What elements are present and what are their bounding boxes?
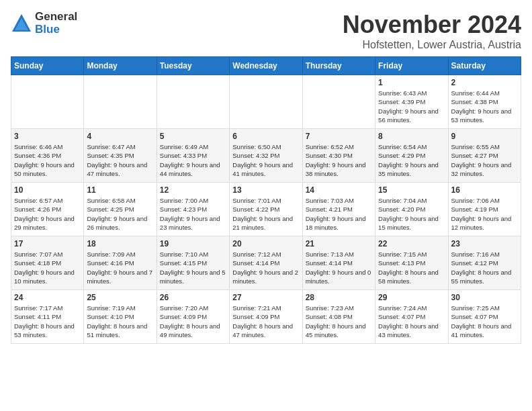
calendar-cell: 12Sunrise: 7:00 AM Sunset: 4:23 PM Dayli…	[157, 183, 229, 236]
day-info: Sunrise: 6:54 AM Sunset: 4:29 PM Dayligh…	[378, 142, 445, 178]
day-number: 29	[378, 293, 445, 302]
calendar-cell: 9Sunrise: 6:55 AM Sunset: 4:27 PM Daylig…	[448, 129, 521, 183]
day-info: Sunrise: 7:19 AM Sunset: 4:10 PM Dayligh…	[87, 304, 153, 339]
calendar-week-row: 17Sunrise: 7:07 AM Sunset: 4:18 PM Dayli…	[11, 236, 521, 290]
day-number: 26	[160, 293, 226, 302]
day-info: Sunrise: 6:50 AM Sunset: 4:32 PM Dayligh…	[232, 142, 299, 178]
day-info: Sunrise: 7:04 AM Sunset: 4:20 PM Dayligh…	[378, 196, 445, 232]
calendar-cell	[84, 75, 157, 129]
day-number: 24	[14, 293, 81, 302]
calendar-cell: 16Sunrise: 7:06 AM Sunset: 4:19 PM Dayli…	[448, 183, 521, 236]
day-header-wednesday: Wednesday	[230, 57, 302, 75]
calendar-cell: 22Sunrise: 7:15 AM Sunset: 4:13 PM Dayli…	[375, 236, 448, 290]
day-header-monday: Monday	[84, 57, 157, 75]
calendar-cell: 19Sunrise: 7:10 AM Sunset: 4:15 PM Dayli…	[157, 236, 229, 290]
day-info: Sunrise: 7:16 AM Sunset: 4:12 PM Dayligh…	[451, 250, 518, 285]
calendar-cell: 14Sunrise: 7:03 AM Sunset: 4:21 PM Dayli…	[302, 183, 375, 236]
day-info: Sunrise: 7:03 AM Sunset: 4:21 PM Dayligh…	[306, 196, 372, 232]
day-info: Sunrise: 7:12 AM Sunset: 4:14 PM Dayligh…	[232, 250, 299, 285]
day-number: 9	[451, 132, 518, 141]
day-info: Sunrise: 6:57 AM Sunset: 4:26 PM Dayligh…	[14, 196, 81, 232]
calendar-cell: 21Sunrise: 7:13 AM Sunset: 4:14 PM Dayli…	[302, 236, 375, 290]
day-number: 17	[14, 239, 81, 248]
calendar-cell: 8Sunrise: 6:54 AM Sunset: 4:29 PM Daylig…	[375, 129, 448, 183]
day-info: Sunrise: 6:58 AM Sunset: 4:25 PM Dayligh…	[87, 196, 153, 232]
day-number: 25	[87, 293, 153, 302]
calendar-cell: 25Sunrise: 7:19 AM Sunset: 4:10 PM Dayli…	[84, 290, 157, 344]
day-number: 12	[160, 185, 226, 195]
logo-icon	[11, 13, 32, 34]
day-number: 19	[160, 239, 226, 248]
month-title: November 2024	[343, 11, 521, 39]
day-number: 11	[87, 185, 153, 195]
calendar-cell	[302, 75, 375, 129]
day-number: 14	[306, 185, 372, 195]
day-info: Sunrise: 6:44 AM Sunset: 4:38 PM Dayligh…	[451, 89, 518, 124]
day-number: 2	[451, 78, 518, 87]
calendar-cell: 3Sunrise: 6:46 AM Sunset: 4:36 PM Daylig…	[11, 129, 84, 183]
day-info: Sunrise: 7:17 AM Sunset: 4:11 PM Dayligh…	[14, 304, 81, 339]
day-info: Sunrise: 7:10 AM Sunset: 4:15 PM Dayligh…	[160, 250, 226, 285]
day-info: Sunrise: 7:13 AM Sunset: 4:14 PM Dayligh…	[306, 250, 372, 285]
calendar-cell: 1Sunrise: 6:43 AM Sunset: 4:39 PM Daylig…	[375, 75, 448, 129]
day-info: Sunrise: 7:24 AM Sunset: 4:07 PM Dayligh…	[378, 304, 445, 339]
day-header-saturday: Saturday	[448, 57, 521, 75]
calendar-table: SundayMondayTuesdayWednesdayThursdayFrid…	[11, 56, 521, 344]
calendar-cell: 15Sunrise: 7:04 AM Sunset: 4:20 PM Dayli…	[375, 183, 448, 236]
calendar-cell: 28Sunrise: 7:23 AM Sunset: 4:08 PM Dayli…	[302, 290, 375, 344]
calendar-cell: 6Sunrise: 6:50 AM Sunset: 4:32 PM Daylig…	[230, 129, 302, 183]
calendar-week-row: 1Sunrise: 6:43 AM Sunset: 4:39 PM Daylig…	[11, 75, 521, 129]
day-number: 30	[451, 293, 518, 302]
calendar-cell: 24Sunrise: 7:17 AM Sunset: 4:11 PM Dayli…	[11, 290, 84, 344]
calendar-cell	[157, 75, 229, 129]
day-number: 21	[306, 239, 372, 248]
day-info: Sunrise: 6:52 AM Sunset: 4:30 PM Dayligh…	[306, 142, 372, 178]
day-header-tuesday: Tuesday	[157, 57, 229, 75]
calendar-week-row: 24Sunrise: 7:17 AM Sunset: 4:11 PM Dayli…	[11, 290, 521, 344]
day-number: 28	[306, 293, 372, 302]
day-header-friday: Friday	[375, 57, 448, 75]
calendar-body: 1Sunrise: 6:43 AM Sunset: 4:39 PM Daylig…	[11, 75, 521, 344]
calendar-cell: 23Sunrise: 7:16 AM Sunset: 4:12 PM Dayli…	[448, 236, 521, 290]
logo-general: General	[35, 11, 77, 24]
day-info: Sunrise: 6:46 AM Sunset: 4:36 PM Dayligh…	[14, 142, 81, 178]
calendar-cell: 10Sunrise: 6:57 AM Sunset: 4:26 PM Dayli…	[11, 183, 84, 236]
calendar-cell: 17Sunrise: 7:07 AM Sunset: 4:18 PM Dayli…	[11, 236, 84, 290]
day-number: 27	[232, 293, 299, 302]
calendar-cell: 2Sunrise: 6:44 AM Sunset: 4:38 PM Daylig…	[448, 75, 521, 129]
calendar-week-row: 3Sunrise: 6:46 AM Sunset: 4:36 PM Daylig…	[11, 129, 521, 183]
title-area: November 2024 Hofstetten, Lower Austria,…	[343, 11, 521, 51]
day-header-sunday: Sunday	[11, 57, 84, 75]
calendar-cell	[11, 75, 84, 129]
logo-blue: Blue	[35, 24, 77, 36]
day-info: Sunrise: 7:23 AM Sunset: 4:08 PM Dayligh…	[306, 304, 372, 339]
day-info: Sunrise: 6:55 AM Sunset: 4:27 PM Dayligh…	[451, 142, 518, 178]
day-number: 13	[232, 185, 299, 195]
day-number: 5	[160, 132, 226, 141]
day-info: Sunrise: 7:01 AM Sunset: 4:22 PM Dayligh…	[232, 196, 299, 232]
day-number: 22	[378, 239, 445, 248]
calendar-cell: 18Sunrise: 7:09 AM Sunset: 4:16 PM Dayli…	[84, 236, 157, 290]
calendar-header-row: SundayMondayTuesdayWednesdayThursdayFrid…	[11, 57, 521, 75]
calendar-cell	[230, 75, 302, 129]
day-info: Sunrise: 7:21 AM Sunset: 4:09 PM Dayligh…	[232, 304, 299, 339]
calendar-cell: 26Sunrise: 7:20 AM Sunset: 4:09 PM Dayli…	[157, 290, 229, 344]
day-info: Sunrise: 7:07 AM Sunset: 4:18 PM Dayligh…	[14, 250, 81, 285]
calendar-cell: 20Sunrise: 7:12 AM Sunset: 4:14 PM Dayli…	[230, 236, 302, 290]
calendar-cell: 30Sunrise: 7:25 AM Sunset: 4:07 PM Dayli…	[448, 290, 521, 344]
calendar-cell: 13Sunrise: 7:01 AM Sunset: 4:22 PM Dayli…	[230, 183, 302, 236]
day-info: Sunrise: 7:09 AM Sunset: 4:16 PM Dayligh…	[87, 250, 153, 285]
day-number: 15	[378, 185, 445, 195]
calendar-cell: 4Sunrise: 6:47 AM Sunset: 4:35 PM Daylig…	[84, 129, 157, 183]
day-number: 3	[14, 132, 81, 141]
day-number: 8	[378, 132, 445, 141]
location-subtitle: Hofstetten, Lower Austria, Austria	[343, 39, 521, 51]
day-info: Sunrise: 7:25 AM Sunset: 4:07 PM Dayligh…	[451, 304, 518, 339]
day-number: 4	[87, 132, 153, 141]
calendar-cell: 11Sunrise: 6:58 AM Sunset: 4:25 PM Dayli…	[84, 183, 157, 236]
day-info: Sunrise: 7:20 AM Sunset: 4:09 PM Dayligh…	[160, 304, 226, 339]
day-number: 18	[87, 239, 153, 248]
day-header-thursday: Thursday	[302, 57, 375, 75]
logo: General Blue	[11, 11, 77, 36]
day-number: 23	[451, 239, 518, 248]
